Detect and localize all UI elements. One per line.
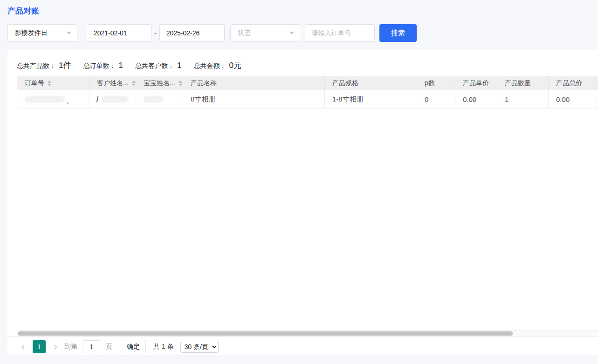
goto-label: 到第 [64, 343, 77, 351]
col-header-customer-name[interactable]: 客户姓名... [89, 76, 136, 90]
redaction-artifact [96, 96, 101, 102]
cell-baby-name [136, 90, 183, 108]
status-select[interactable]: 状态 [230, 24, 300, 42]
summary-bar: 总共产品数： 1件 总订单数： 1 总共客户数： 1 总共金额： 0元 [7, 50, 598, 76]
col-header-product-name: 产品名称 [183, 76, 325, 90]
cell-customer-name [89, 90, 136, 108]
chevron-down-icon [67, 32, 71, 34]
date-range-separator: - [154, 29, 157, 37]
prev-page-icon[interactable]: ‹ [17, 341, 29, 352]
total-count-label: 共 1 条 [153, 343, 174, 351]
cell-total-price: 0.00 [549, 90, 597, 108]
confirm-button[interactable]: 确定 [121, 340, 146, 353]
chevron-down-icon [289, 32, 294, 34]
summary-amount-value: 0元 [229, 60, 241, 71]
page-unit-label: 页 [106, 343, 112, 351]
content-card: 总共产品数： 1件 总订单数： 1 总共客户数： 1 总共金额： 0元 订单号 … [7, 50, 598, 355]
page-size-select[interactable]: 30 条/页 [180, 341, 219, 353]
date-type-select[interactable]: 影楼发件日 [7, 24, 77, 42]
search-button[interactable]: 搜索 [379, 24, 417, 42]
col-header-quantity: 产品数量 [497, 76, 549, 90]
cell-product-name: 8寸相册 [183, 90, 325, 108]
cell-quantity: 1 [497, 90, 549, 108]
col-header-p-count: p数 [417, 76, 455, 90]
summary-customers-value: 1 [177, 61, 181, 70]
scrollbar-thumb[interactable] [18, 331, 513, 336]
col-header-total-price: 产品总价 [549, 76, 597, 90]
end-date-input[interactable] [166, 29, 218, 37]
redacted-customer-name [102, 96, 128, 103]
pagination-bar: ‹ 1 › 到第 页 确定 共 1 条 30 条/页 [7, 336, 598, 357]
next-page-icon[interactable]: › [49, 341, 62, 352]
sort-icon[interactable] [48, 81, 51, 86]
summary-orders-value: 1 [118, 61, 123, 70]
cell-product-spec: 1-8寸相册 [325, 90, 417, 108]
filter-bar: 影楼发件日 - 状态 搜索 [7, 24, 417, 42]
date-type-select-value: 影楼发件日 [15, 29, 48, 37]
redacted-baby-name [144, 96, 163, 103]
start-date-field[interactable] [87, 24, 152, 42]
page-title: 产品对账 [7, 6, 39, 16]
sort-icon[interactable] [179, 81, 182, 86]
end-date-field[interactable] [159, 24, 225, 42]
cell-unit-price: 0.00 [455, 90, 497, 108]
col-header-order-no[interactable]: 订单号 [17, 76, 89, 90]
status-select-placeholder: 状态 [238, 29, 251, 37]
col-header-unit-price: 产品单价 [455, 76, 497, 90]
sort-icon[interactable] [132, 81, 136, 86]
page-number-button[interactable]: 1 [33, 340, 46, 353]
summary-amount-label: 总共金额： [193, 62, 226, 70]
col-header-product-spec: 产品规格 [325, 76, 417, 90]
redacted-order-no [25, 96, 64, 103]
cell-p-count: 0 [417, 90, 455, 108]
summary-products-label: 总共产品数： [17, 62, 56, 70]
start-date-input[interactable] [94, 29, 145, 37]
order-no-input[interactable] [312, 29, 368, 37]
col-header-baby-name[interactable]: 宝宝姓名... [136, 76, 183, 90]
summary-customers-label: 总共客户数： [135, 62, 174, 70]
redaction-artifact [67, 102, 69, 104]
goto-page-input[interactable] [83, 340, 100, 353]
products-table: 订单号 客户姓名... 宝宝姓名... 产品名称 产品规格 p数 产品单价 产品… [17, 76, 598, 330]
summary-orders-label: 总订单数： [83, 62, 116, 70]
cell-order-no [17, 90, 89, 108]
table-empty-area [17, 108, 598, 330]
table-header-row: 订单号 客户姓名... 宝宝姓名... 产品名称 产品规格 p数 产品单价 产品… [17, 76, 598, 90]
horizontal-scrollbar[interactable] [17, 330, 598, 336]
summary-products-value: 1件 [59, 60, 71, 71]
table-row[interactable]: 8寸相册 1-8寸相册 0 0.00 1 0.00 [17, 90, 598, 108]
order-no-field[interactable] [305, 24, 375, 42]
